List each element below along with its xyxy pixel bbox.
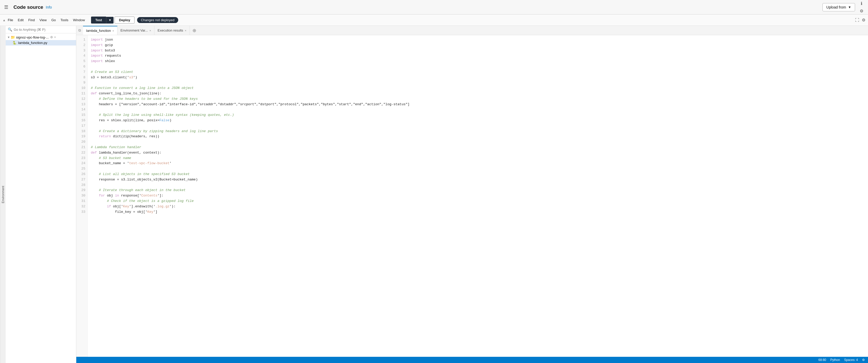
test-dropdown-button[interactable]: ▼ (106, 17, 114, 24)
menu-file[interactable]: File (7, 17, 14, 23)
tab-lambda-function[interactable]: lambda_function × (83, 26, 117, 35)
info-circle-icon[interactable]: ℹ (860, 1, 863, 6)
menu-find[interactable]: Find (28, 17, 35, 23)
statusbar-settings-icon[interactable]: ⚙ (862, 358, 865, 362)
file-name: lambda_function.py (18, 41, 47, 45)
search-icon: 🔍 (8, 27, 12, 32)
tab-close-0[interactable]: × (112, 29, 114, 32)
folder-collapse-arrow: ▼ (7, 36, 10, 39)
copy-icon[interactable]: ⧉ (76, 26, 83, 35)
code-editor[interactable]: 1234567891011121314151617181920212223242… (76, 35, 868, 357)
hamburger-icon[interactable]: ☰ (4, 4, 8, 10)
changes-badge: Changes not deployed (137, 17, 178, 23)
tab-close-1[interactable]: × (150, 29, 151, 32)
tab-close-2[interactable]: × (185, 29, 186, 32)
tab-environment-var[interactable]: Environment Var... × (117, 26, 154, 35)
toolbar-collapse-arrow[interactable]: ▲ (3, 19, 6, 22)
environment-tab[interactable]: Environment (0, 26, 6, 363)
folder-icon: 📁 (10, 35, 15, 39)
file-item[interactable]: 🐍 lambda_function.py (6, 40, 76, 45)
menu-go[interactable]: Go (51, 17, 56, 23)
folder-name: signoz-vpc-flow-log-... (16, 35, 49, 39)
settings-circle-icon[interactable]: ⚙ (859, 8, 864, 14)
menu-view[interactable]: View (39, 17, 47, 23)
status-bar: 68:80 Python Spaces: 4 ⚙ (76, 357, 868, 363)
folder-item[interactable]: ▼ 📁 signoz-vpc-flow-log-... ⚙ + (6, 34, 76, 40)
tab-execution-results[interactable]: Execution results × (154, 26, 190, 35)
file-python-icon: 🐍 (12, 41, 17, 45)
deploy-button[interactable]: Deploy (115, 16, 134, 24)
upload-dropdown-arrow: ▼ (848, 5, 851, 9)
info-link[interactable]: Info (46, 5, 52, 9)
tabs-bar: ⧉ lambda_function × Environment Var... ×… (76, 26, 868, 35)
editor-settings-icon[interactable]: ⚙ (862, 18, 865, 23)
menu-tools[interactable]: Tools (60, 17, 69, 23)
search-input[interactable] (14, 28, 74, 32)
code-content[interactable]: import jsonimport gzipimport boto3import… (88, 35, 868, 357)
language-indicator[interactable]: Python (830, 358, 840, 362)
menu-window[interactable]: Window (72, 17, 85, 23)
menu-edit[interactable]: Edit (17, 17, 24, 23)
cursor-position: 68:80 (818, 358, 826, 362)
folder-settings-icon[interactable]: ⚙ (50, 35, 53, 39)
tab-add-button[interactable]: ⊕ (190, 26, 199, 35)
fullscreen-icon[interactable]: ⛶ (855, 18, 859, 23)
test-button[interactable]: Test (91, 16, 106, 24)
spaces-indicator[interactable]: Spaces: 4 (844, 358, 858, 362)
upload-from-button[interactable]: Upload from ▼ (823, 3, 855, 11)
folder-add-icon[interactable]: + (54, 35, 56, 39)
page-title: Code source (13, 4, 43, 10)
line-numbers: 1234567891011121314151617181920212223242… (76, 35, 88, 357)
